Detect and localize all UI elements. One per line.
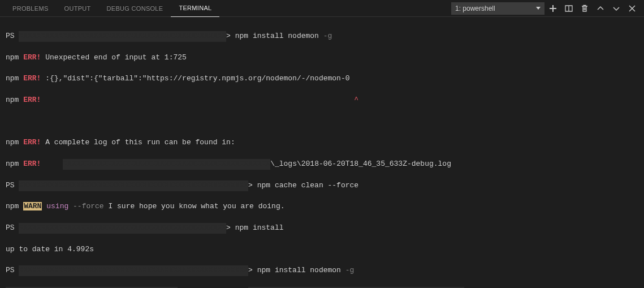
chevron-down-icon (612, 4, 621, 13)
close-panel-button[interactable] (625, 1, 639, 16)
new-terminal-button[interactable] (546, 1, 560, 16)
terminal-line: up to date in 4.992s (6, 244, 638, 255)
panel-actions: 1: powershell (451, 1, 639, 16)
terminal-line: npm WARN using --force I sure hope you k… (6, 201, 638, 212)
tab-output[interactable]: OUTPUT (57, 0, 99, 17)
panel-header: PROBLEMS OUTPUT DEBUG CONSOLE TERMINAL 1… (0, 0, 644, 17)
plus-icon (548, 4, 557, 13)
terminal-line: PS XXXXXXXXXXXXXXXXXXXXXXXXXXXXXXXXXXXXX… (6, 31, 638, 42)
terminal-line: PS XXXXXXXXXXXXXXXXXXXXXXXXXXXXXXXXXXXXX… (6, 265, 638, 276)
tab-debug-console[interactable]: DEBUG CONSOLE (99, 0, 171, 17)
tab-terminal[interactable]: TERMINAL (171, 0, 219, 17)
kill-terminal-button[interactable] (577, 1, 592, 16)
terminal-line (6, 117, 638, 127)
hide-panel-button[interactable] (609, 1, 624, 16)
chevron-up-icon (596, 4, 605, 13)
terminal-line: npm ERR! :{},"dist":{"tarball":"https://… (6, 74, 638, 84)
terminal-picker[interactable]: 1: powershell (451, 2, 544, 15)
terminal-line: npm ERR! Unexpected end of input at 1:72… (6, 53, 638, 63)
close-icon (628, 4, 637, 13)
split-icon (564, 4, 573, 13)
terminal-line: PS XXXXXXXXXXXXXXXXXXXXXXXXXXXXXXXXXXXXX… (6, 180, 638, 191)
chevron-down-icon (536, 7, 541, 10)
panel-tabs: PROBLEMS OUTPUT DEBUG CONSOLE TERMINAL (5, 0, 451, 17)
terminal-line: npm ERR! XXXXXXXXXXXXXXXXXXXXXXXXXXXXXXX… (6, 159, 638, 170)
terminal-picker-label: 1: powershell (455, 5, 495, 12)
terminal-line: npm ERR! ^ (6, 95, 638, 106)
trash-icon (580, 4, 589, 13)
terminal-line: npm ERR! A complete log of this run can … (6, 137, 638, 148)
maximize-panel-button[interactable] (593, 1, 608, 16)
split-terminal-button[interactable] (561, 1, 576, 16)
tab-problems[interactable]: PROBLEMS (5, 0, 57, 17)
terminal-output[interactable]: PS XXXXXXXXXXXXXXXXXXXXXXXXXXXXXXXXXXXXX… (0, 17, 644, 288)
terminal-line: PS XXXXXXXXXXXXXXXXXXXXXXXXXXXXXXXXXXXXX… (6, 223, 638, 234)
